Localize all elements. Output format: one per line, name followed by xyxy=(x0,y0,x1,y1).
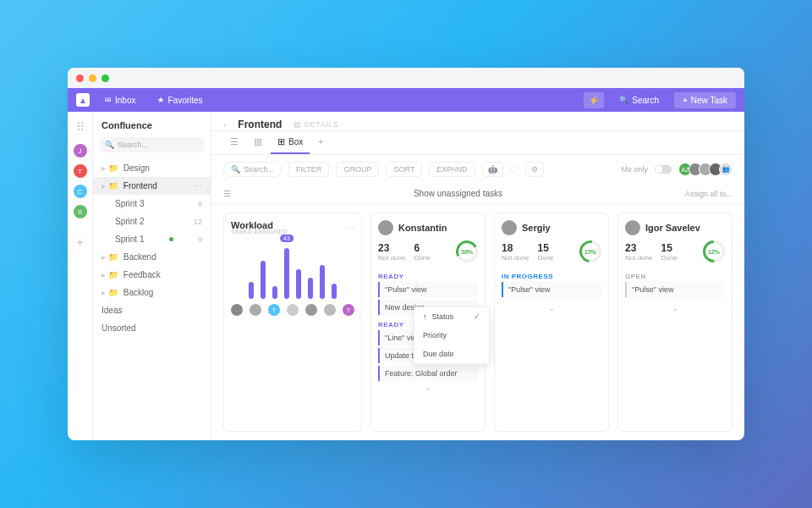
expand-button[interactable]: EXPAND xyxy=(429,162,475,177)
minimize-icon[interactable] xyxy=(89,75,96,82)
space-j[interactable]: J xyxy=(74,144,87,157)
progress-ring: 15% xyxy=(579,240,601,262)
sort-dropdown: ↑ Status✓ Priority Due date xyxy=(414,306,490,364)
content-search[interactable]: 🔍 Search... xyxy=(223,162,282,177)
person-name: Konstantin xyxy=(398,223,447,233)
group-button[interactable]: GROUP xyxy=(336,162,379,177)
folder-icon: ▸ 📁 xyxy=(102,288,118,297)
sidebar: Confluence 🔍 Search... ▸ 📁Design▸ 📁Front… xyxy=(93,112,211,440)
sidebar-item-backend[interactable]: ▸ 📁Backend xyxy=(93,248,211,266)
dropdown-item-due-date[interactable]: Due date xyxy=(414,345,489,363)
details-tab[interactable]: ▤ DETAILS xyxy=(294,120,338,129)
workload-bar xyxy=(332,284,337,299)
dropdown-item-status[interactable]: ↑ Status✓ xyxy=(414,307,489,326)
add-view-tab[interactable]: + xyxy=(311,132,330,153)
sidebar-item-feedback[interactable]: ▸ 📁Feedback xyxy=(93,266,211,284)
bolt-button[interactable]: ⚡ xyxy=(584,92,604,108)
item-count: 8 xyxy=(198,200,202,208)
unassigned-toggle[interactable]: Show unassigned tasks xyxy=(231,189,685,198)
workload-card: Workload TASKS ASSIGNED ⋯ 43 T T xyxy=(223,213,362,432)
menu-icon[interactable]: ☰ xyxy=(223,189,231,198)
sort-icon: ↑ xyxy=(423,312,427,321)
workload-bubble: 43 xyxy=(280,235,294,242)
chevron-up-icon[interactable]: ⌃ xyxy=(378,387,478,396)
task-item[interactable]: "Pulse" view xyxy=(502,282,601,297)
ellipsis-icon[interactable]: ⋯ xyxy=(194,181,202,190)
space-s[interactable]: S xyxy=(74,205,87,218)
search-button[interactable]: 🔍 Search xyxy=(612,93,666,108)
done-count: 6 xyxy=(414,242,430,254)
board-icon: ▥ xyxy=(254,136,262,147)
filter-button[interactable]: FILTER xyxy=(288,162,329,177)
topbar: ▲ ✉ Inbox ★ Favorites ⚡ 🔍 Search + New T… xyxy=(68,88,744,112)
assign-all-button[interactable]: Assign all to... xyxy=(685,190,732,198)
app-logo-icon[interactable]: ▲ xyxy=(76,93,90,107)
toolbar: 🔍 Search... FILTER GROUP SORT EXPAND 🤖 ⚙… xyxy=(211,155,744,184)
settings-icon[interactable]: ⚙ xyxy=(525,162,544,177)
box-label: Box xyxy=(288,137,303,146)
robot-icon[interactable]: 🤖 xyxy=(482,162,503,177)
sort-button[interactable]: SORT xyxy=(386,162,422,177)
chevron-down-icon[interactable]: ⌄ xyxy=(625,303,725,312)
space-rail: ⠿ JTCS + xyxy=(68,112,93,440)
item-count: 12 xyxy=(194,218,202,226)
workload-bar xyxy=(296,269,301,299)
me-only-toggle[interactable] xyxy=(655,165,672,174)
plus-icon: + xyxy=(318,137,323,146)
task-item[interactable]: "Pulse" view xyxy=(625,282,725,297)
done-count: 15 xyxy=(661,242,677,254)
chevron-down-icon[interactable]: ⌄ xyxy=(502,303,601,312)
person-card-konstantin: Konstantin23Not done6Done30%READY"Pulse"… xyxy=(370,213,486,432)
app-window: ▲ ✉ Inbox ★ Favorites ⚡ 🔍 Search + New T… xyxy=(68,68,744,440)
space-c[interactable]: C xyxy=(74,185,87,198)
workload-bar xyxy=(320,265,325,299)
space-title: Confluence xyxy=(93,120,211,137)
workload-subtitle: TASKS ASSIGNED xyxy=(231,229,288,235)
sidebar-item-sprint-3[interactable]: Sprint 38 xyxy=(93,195,211,213)
list-icon: ☰ xyxy=(230,136,239,147)
not-done-count: 23 xyxy=(625,242,652,254)
person-card-sergiy: Sergiy18Not done15Done15%IN PROGRESS"Pul… xyxy=(494,213,609,432)
assignee-avatars[interactable]: AZ 👥 xyxy=(678,163,732,176)
progress-ring: 30% xyxy=(456,240,478,262)
sidebar-item-ideas[interactable]: Ideas xyxy=(93,301,211,319)
board-view-tab[interactable]: ▥ xyxy=(247,131,269,154)
me-only-label: Me only xyxy=(621,165,648,174)
workload-bar xyxy=(308,278,313,299)
sidebar-item-frontend[interactable]: ▸ 📁Frontend⋯ xyxy=(93,177,211,195)
details-icon: ▤ xyxy=(294,120,302,129)
sidebar-item-sprint-2[interactable]: Sprint 212 xyxy=(93,213,211,230)
maximize-icon[interactable] xyxy=(102,75,109,82)
folder-icon: ▸ 📁 xyxy=(102,270,118,279)
task-item[interactable]: "Pulse" view xyxy=(378,282,478,297)
workload-bar xyxy=(272,286,277,299)
sidebar-item-backlog[interactable]: ▸ 📁Backlog xyxy=(93,284,211,301)
workload-chart: 43 xyxy=(231,248,354,299)
done-label: Done xyxy=(414,254,430,262)
task-item[interactable]: Feature: Global order xyxy=(378,366,478,381)
toggle-icon[interactable] xyxy=(510,166,518,173)
collapse-sidebar-icon[interactable]: ‹ xyxy=(223,120,226,130)
sidebar-item-unsorted[interactable]: Unsorted xyxy=(93,319,211,337)
apps-icon[interactable]: ⠿ xyxy=(76,120,85,134)
not-done-label: Not done xyxy=(378,254,405,262)
status-dot xyxy=(169,237,173,241)
sidebar-item-sprint-1[interactable]: Sprint 19 xyxy=(93,230,211,248)
not-done-count: 18 xyxy=(502,242,529,254)
done-label: Done xyxy=(661,254,677,262)
sidebar-search[interactable]: 🔍 Search... xyxy=(100,137,204,152)
new-task-button[interactable]: + New Task xyxy=(674,92,736,108)
inbox-button[interactable]: ✉ Inbox xyxy=(98,93,142,108)
list-view-tab[interactable]: ☰ xyxy=(223,131,245,154)
folder-icon: ▸ 📁 xyxy=(102,252,118,262)
favorites-button[interactable]: ★ Favorites xyxy=(151,93,209,108)
workload-bar xyxy=(249,282,254,299)
avatar xyxy=(378,220,393,235)
ellipsis-icon[interactable]: ⋯ xyxy=(346,223,354,232)
box-view-tab[interactable]: ⊞ Box xyxy=(271,131,310,154)
dropdown-item-priority[interactable]: Priority xyxy=(414,326,489,345)
space-t[interactable]: T xyxy=(74,164,87,178)
close-icon[interactable] xyxy=(76,75,84,82)
add-space-button[interactable]: + xyxy=(76,235,83,249)
sidebar-item-design[interactable]: ▸ 📁Design xyxy=(93,159,211,177)
